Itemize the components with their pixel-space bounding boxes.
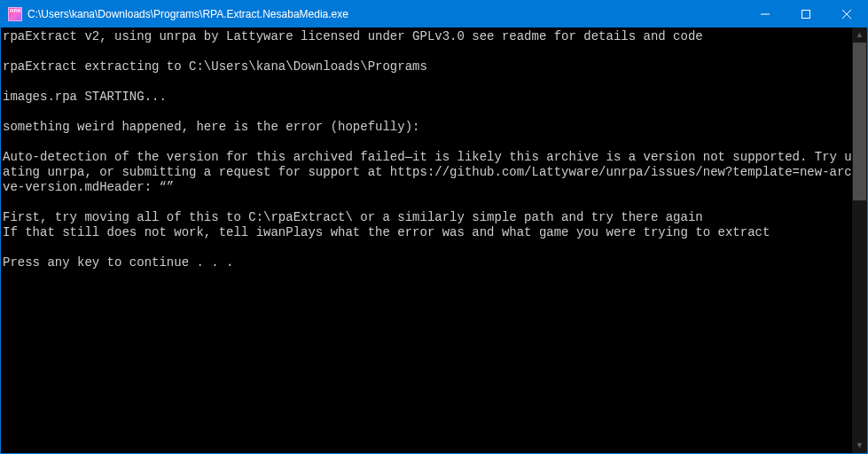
console-output[interactable]: rpaExtract v2, using unrpa by Lattyware … (1, 27, 867, 453)
svg-rect-0 (802, 11, 810, 19)
minimize-button[interactable] (745, 1, 786, 27)
scroll-down-button[interactable]: ▼ (852, 438, 867, 453)
window-title: C:\Users\kana\Downloads\Programs\RPA.Ext… (27, 8, 745, 20)
app-icon (8, 7, 22, 21)
scroll-up-button[interactable]: ▲ (852, 27, 867, 43)
close-button[interactable] (826, 1, 867, 27)
maximize-button[interactable] (786, 1, 826, 27)
titlebar[interactable]: C:\Users\kana\Downloads\Programs\RPA.Ext… (1, 1, 867, 27)
client-area: rpaExtract v2, using unrpa by Lattyware … (1, 27, 867, 453)
vertical-scrollbar[interactable]: ▲ ▼ (852, 27, 867, 453)
scroll-thumb[interactable] (853, 43, 866, 200)
scroll-track[interactable] (852, 43, 867, 438)
app-window: C:\Users\kana\Downloads\Programs\RPA.Ext… (0, 0, 868, 454)
